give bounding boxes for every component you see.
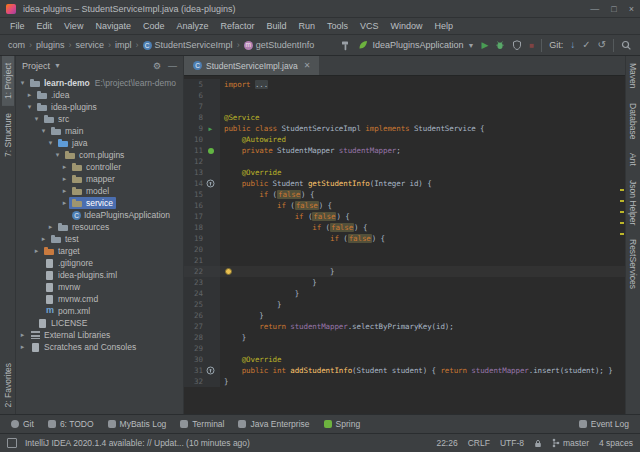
tree-item-idea[interactable]: ▸.idea	[16, 89, 183, 101]
tree-item-idea-plugins[interactable]: ▾idea-plugins	[16, 101, 183, 113]
encoding-widget[interactable]: UTF-8	[500, 438, 524, 448]
tree-item-idea-plugins-iml[interactable]: idea-plugins.iml	[16, 269, 183, 281]
line-number[interactable]: 24	[184, 288, 203, 299]
chevron-right-icon[interactable]: ▸	[60, 187, 69, 195]
gutter[interactable]: 16	[184, 200, 220, 211]
run-gutter-icon[interactable]: ▶	[203, 123, 218, 134]
chevron-right-icon[interactable]: ▸	[60, 199, 69, 207]
line-number[interactable]: 10	[184, 134, 203, 145]
tool-window-switcher-icon[interactable]	[7, 438, 17, 448]
chevron-down-icon[interactable]: ▾	[53, 151, 62, 159]
menu-item-edit[interactable]: Edit	[31, 21, 59, 31]
build-hammer-icon[interactable]	[340, 40, 351, 51]
gear-icon[interactable]: ⚙	[153, 61, 161, 71]
code-line-31[interactable]: 31 public int addStudentInfo(Student stu…	[184, 365, 625, 376]
line-number[interactable]: 22	[184, 266, 203, 277]
tree-item-controller[interactable]: ▸controller	[16, 161, 183, 173]
breadcrumb-item-getstudentinfo[interactable]: getStudentInfo	[244, 40, 315, 50]
gutter[interactable]: 18	[184, 222, 220, 233]
gutter[interactable]: 21	[184, 255, 220, 266]
minimize-button[interactable]: —	[590, 4, 599, 14]
code-line-25[interactable]: 25 }	[184, 299, 625, 310]
tree-item-model[interactable]: ▸model	[16, 185, 183, 197]
tab-close-icon[interactable]: ✕	[304, 61, 311, 70]
override-gutter-icon[interactable]	[203, 178, 218, 189]
code-line-14[interactable]: 14 public Student getStudentInfo(Integer…	[184, 178, 625, 189]
menu-item-refactor[interactable]: Refactor	[214, 21, 260, 31]
gutter[interactable]: 9▶	[184, 123, 220, 134]
tool-stripe-ant[interactable]: Ant	[627, 146, 639, 173]
warning-stripe-mark[interactable]	[620, 189, 624, 191]
gutter[interactable]: 11	[184, 145, 220, 156]
tree-item-mvnw-cmd[interactable]: mvnw.cmd	[16, 293, 183, 305]
code-line-18[interactable]: 18 if (false) {	[184, 222, 625, 233]
tool-stripe-json-helper[interactable]: Json Helper	[627, 173, 639, 232]
line-number[interactable]: 14	[184, 178, 203, 189]
code-line-17[interactable]: 17 if (false) {	[184, 211, 625, 222]
gutter[interactable]: 19	[184, 233, 220, 244]
menu-item-window[interactable]: Window	[385, 21, 429, 31]
line-number[interactable]: 21	[184, 255, 203, 266]
caret-position-widget[interactable]: 22:26	[436, 438, 457, 448]
chevron-right-icon[interactable]: ▸	[18, 331, 27, 339]
status-message[interactable]: IntelliJ IDEA 2020.1.4 available: // Upd…	[25, 438, 250, 448]
line-number[interactable]: 5	[184, 79, 203, 90]
gutter[interactable]: 6	[184, 90, 220, 101]
gutter[interactable]: 12	[184, 156, 220, 167]
gutter[interactable]: 15	[184, 189, 220, 200]
chevron-right-icon[interactable]: ▸	[60, 163, 69, 171]
gutter[interactable]: 13	[184, 167, 220, 178]
chevron-down-icon[interactable]: ▾	[39, 127, 48, 135]
code-line-29[interactable]: 29	[184, 343, 625, 354]
run-button[interactable]: ▶	[481, 40, 488, 50]
tool-window-spring[interactable]: Spring	[317, 415, 368, 433]
close-button[interactable]: ×	[629, 4, 634, 14]
git-commit-button[interactable]: ✓	[582, 40, 590, 50]
line-number[interactable]: 19	[184, 233, 203, 244]
tree-item-learn-demo[interactable]: ▾learn-demoE:\project\learn-demo	[16, 77, 183, 89]
search-everywhere-icon[interactable]	[621, 40, 632, 51]
code-line-16[interactable]: 16 if (false) {	[184, 200, 625, 211]
code-line-19[interactable]: 19 if (false) {	[184, 233, 625, 244]
tool-window-terminal[interactable]: Terminal	[173, 415, 231, 433]
tool-stripe-database[interactable]: Database	[627, 96, 639, 146]
code-line-24[interactable]: 24 }	[184, 288, 625, 299]
tree-item-mvnw[interactable]: mvnw	[16, 281, 183, 293]
git-rollback-button[interactable]: ↺	[598, 40, 606, 50]
code-line-32[interactable]: 32}	[184, 376, 625, 387]
gutter[interactable]: 29	[184, 343, 220, 354]
code-line-22[interactable]: 22 }	[184, 266, 625, 277]
menu-item-file[interactable]: File	[4, 21, 31, 31]
line-number[interactable]: 29	[184, 343, 203, 354]
chevron-right-icon[interactable]: ▸	[39, 235, 48, 243]
code-line-15[interactable]: 15 if (false) {	[184, 189, 625, 200]
override-gutter-icon[interactable]	[203, 365, 218, 376]
intention-bulb-icon[interactable]	[225, 268, 232, 275]
code-line-11[interactable]: 11 private StudentMapper studentMapper;	[184, 145, 625, 156]
breadcrumb-item-impl[interactable]: impl	[115, 40, 132, 50]
line-number[interactable]: 17	[184, 211, 203, 222]
chevron-right-icon[interactable]: ▸	[32, 247, 41, 255]
chevron-down-icon[interactable]: ▾	[46, 139, 55, 147]
tool-stripe-2-favorites[interactable]: 2: Favorites	[2, 356, 14, 414]
code-editor[interactable]: 5import ...678@Service9▶public class Stu…	[184, 76, 625, 414]
chevron-down-icon[interactable]: ▼	[54, 62, 61, 69]
run-config-select[interactable]: IdeaPluginsApplication ▼	[358, 40, 474, 50]
line-number[interactable]: 26	[184, 310, 203, 321]
tool-window-java-enterprise[interactable]: Java Enterprise	[231, 415, 316, 433]
line-number[interactable]: 6	[184, 90, 203, 101]
code-line-23[interactable]: 23 }	[184, 277, 625, 288]
gutter[interactable]: 26	[184, 310, 220, 321]
gutter[interactable]: 20	[184, 244, 220, 255]
tree-item-test[interactable]: ▸test	[16, 233, 183, 245]
gutter[interactable]: 14	[184, 178, 220, 189]
code-line-7[interactable]: 7	[184, 101, 625, 112]
menu-item-build[interactable]: Build	[260, 21, 292, 31]
code-line-26[interactable]: 26 }	[184, 310, 625, 321]
coverage-button[interactable]	[512, 40, 522, 50]
menu-item-vcs[interactable]: VCS	[354, 21, 385, 31]
menu-item-navigate[interactable]: Navigate	[89, 21, 137, 31]
breadcrumb-item-service[interactable]: service	[76, 40, 105, 50]
code-line-28[interactable]: 28 }	[184, 332, 625, 343]
git-update-button[interactable]: ↓	[570, 40, 575, 50]
